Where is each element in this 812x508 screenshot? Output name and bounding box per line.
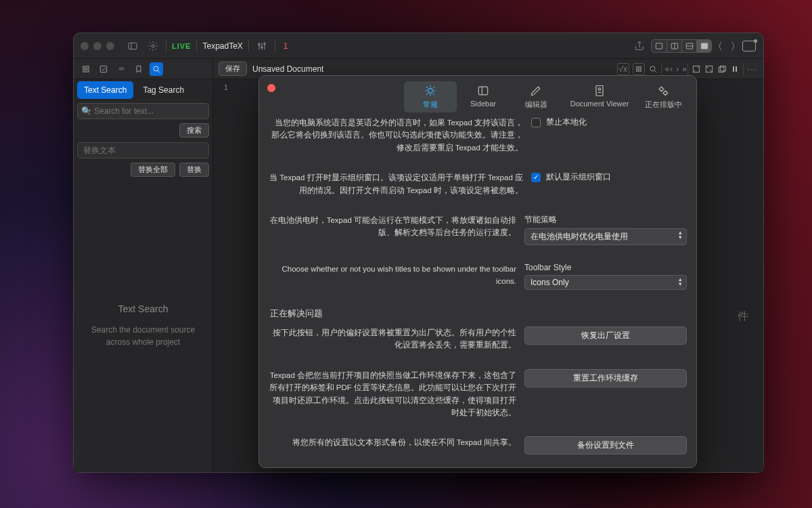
prefs-body: 当您的电脑系统语言是英语之外的语言时，如果 Texpad 支持该语言，那么它将会…: [259, 110, 696, 467]
search-button-row: 搜索: [77, 123, 209, 137]
prefs-tab-general[interactable]: 常规: [404, 81, 457, 112]
checkbox-disable-localization[interactable]: [531, 118, 541, 127]
svg-point-24: [636, 68, 637, 70]
window-controls: [81, 42, 114, 50]
share-icon[interactable]: [632, 39, 647, 54]
prefs-tab-viewer[interactable]: Document Viewer: [562, 81, 637, 112]
focus-icon[interactable]: [79, 62, 93, 76]
reset-workspace-cache-button[interactable]: 重置工作环境缓存: [524, 369, 687, 387]
svg-rect-10: [656, 43, 662, 48]
replace-button[interactable]: 替换: [179, 163, 209, 177]
zoom-window-dot[interactable]: [106, 42, 114, 50]
pref-desc: 当 Texpad 打开时显示组织窗口。该项设定仅适用于单独打开 Texpad 应…: [269, 171, 523, 196]
first-page[interactable]: «: [665, 64, 667, 74]
sidebar-toggle-icon[interactable]: [125, 39, 140, 54]
search-button[interactable]: 搜索: [179, 123, 209, 137]
prefs-tab-editor[interactable]: 编辑器: [510, 81, 562, 112]
svg-point-22: [638, 66, 639, 68]
engine-label[interactable]: TexpadTeX: [202, 41, 242, 51]
battery-policy-select[interactable]: 在电池供电时优化电量使用 ▴▾: [524, 228, 687, 245]
select-label: Toolbar Style: [524, 263, 687, 272]
last-page[interactable]: »: [682, 64, 684, 74]
separator: [687, 63, 688, 75]
collapse-in-icon[interactable]: [692, 64, 701, 74]
svg-rect-37: [736, 66, 737, 71]
settings-gear-icon[interactable]: [145, 39, 160, 54]
document-icon: [593, 84, 606, 98]
bookmark-icon[interactable]: [132, 62, 145, 76]
close-window-dot[interactable]: [81, 42, 89, 50]
close-sheet-button[interactable]: [267, 84, 275, 92]
expand-out-icon[interactable]: [704, 64, 714, 74]
svg-line-20: [158, 70, 160, 72]
sliders-icon[interactable]: [254, 39, 269, 54]
layout-full[interactable]: [696, 40, 711, 52]
empty-body: Search the document source across whole …: [86, 324, 200, 348]
separator: [248, 40, 249, 52]
search-mode-icon[interactable]: [150, 62, 163, 76]
more-menu[interactable]: ···: [747, 64, 758, 74]
pref-row-battery: 在电池供电时，Texpad 可能会运行在节能模式下，将放缓诸如自动排版、解析文档…: [269, 214, 687, 245]
error-count-badge[interactable]: 1: [284, 41, 288, 51]
replace-all-button[interactable]: 替换全部: [131, 163, 175, 177]
layout-split-v[interactable]: [667, 40, 681, 52]
save-button[interactable]: 保存: [219, 62, 247, 76]
pref-row-org-window: 当 Texpad 打开时显示组织窗口。该项设定仅适用于单独打开 Texpad 应…: [269, 171, 687, 196]
search-options-chevron-icon[interactable]: ▾: [88, 108, 91, 114]
pencil-icon: [529, 84, 543, 98]
windows-icon[interactable]: [717, 64, 727, 74]
infinity-icon[interactable]: [114, 62, 128, 76]
replace-row: [77, 142, 209, 158]
pref-row-toolbar-style: Choose whether or not you wish titles to…: [269, 263, 687, 290]
layout-split-h[interactable]: [681, 40, 696, 52]
svg-rect-35: [721, 66, 726, 71]
backup-settings-button[interactable]: 备份设置到文件: [524, 436, 687, 454]
live-indicator: LIVE: [172, 42, 191, 50]
select-arrows-icon: ▴▾: [679, 277, 682, 287]
app-window: LIVE TexpadTeX 1 〈 〉: [73, 33, 764, 473]
factory-reset-button[interactable]: 恢复出厂设置: [524, 326, 687, 345]
layout-single[interactable]: [652, 40, 667, 52]
next-page[interactable]: ›: [676, 64, 679, 74]
zoom-icon[interactable]: [648, 64, 658, 74]
grid-icon[interactable]: [633, 63, 645, 75]
pref-row-reset: 按下此按钮，用户的偏好设置将被重置为出厂状态。所有用户的个性化设置将会丢失，需要…: [269, 326, 687, 352]
pref-desc: Texpad 会把您当前打开项目的快照当做工作环境保存下来，这包含了所有打开的标…: [269, 369, 516, 419]
minimize-window-dot[interactable]: [93, 42, 102, 50]
nav-back[interactable]: 〈: [716, 40, 725, 51]
line-gutter: 1: [213, 79, 232, 92]
separator: [743, 63, 744, 75]
svg-point-42: [598, 88, 600, 90]
replace-input[interactable]: [77, 142, 209, 158]
preferences-sheet: 常规 Sidebar 编辑器 Document Viewer 正在排版中: [258, 75, 697, 468]
nav-forward[interactable]: 〉: [729, 40, 738, 51]
checkbox-show-org-window[interactable]: ✓: [531, 173, 541, 182]
svg-point-44: [660, 87, 663, 91]
pref-desc: 当您的电脑系统语言是英语之外的语言时，如果 Texpad 支持该语言，那么它将会…: [269, 117, 523, 154]
pause-icon[interactable]: [730, 64, 740, 74]
panel-icon: [476, 84, 490, 98]
search-input[interactable]: [77, 103, 209, 119]
gears-icon: [656, 84, 670, 98]
check-icon[interactable]: [97, 62, 110, 76]
svg-point-21: [636, 66, 637, 68]
doc-tools: 保存 Unsaved Document: [213, 62, 617, 76]
search-empty-state: Text Search Search the document source a…: [74, 179, 212, 472]
sqrt-icon[interactable]: √x: [617, 63, 629, 75]
tab-text-search[interactable]: Text Search: [77, 81, 133, 99]
prev-page[interactable]: ‹: [670, 64, 673, 74]
inbox-icon[interactable]: [742, 39, 757, 54]
svg-rect-0: [129, 43, 137, 49]
toolbar-style-select[interactable]: Icons Only ▴▾: [524, 275, 687, 290]
pref-desc: 在电池供电时，Texpad 可能会运行在节能模式下，将放缓诸如自动排版、解析文档…: [269, 214, 516, 239]
svg-rect-15: [701, 43, 707, 48]
separator: [166, 40, 166, 52]
svg-line-31: [654, 70, 656, 72]
svg-point-19: [154, 66, 158, 70]
prefs-tab-typeset[interactable]: 正在排版中: [637, 81, 690, 112]
svg-rect-34: [719, 67, 724, 72]
svg-point-25: [638, 68, 639, 70]
tab-tag-search[interactable]: Tag Search: [136, 81, 191, 99]
svg-rect-16: [83, 66, 89, 71]
prefs-tab-sidebar[interactable]: Sidebar: [457, 81, 510, 112]
